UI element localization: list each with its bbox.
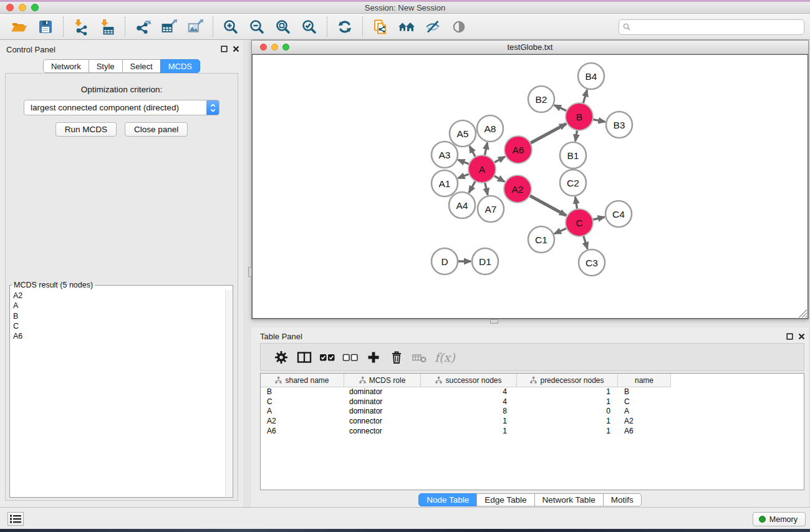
table-cell[interactable]: 1 (517, 427, 618, 437)
table-cell[interactable]: 0 (517, 407, 618, 417)
graph-node-A1[interactable]: A1 (432, 170, 458, 196)
graph-node-C[interactable]: C (566, 209, 593, 236)
import-table-button[interactable] (97, 16, 118, 37)
refresh-view-button[interactable] (334, 16, 355, 37)
tab-select[interactable]: Select (122, 59, 161, 73)
zoom-network-button[interactable] (282, 44, 289, 51)
add-column-button[interactable] (362, 347, 385, 367)
table-settings-button[interactable] (269, 347, 292, 367)
table-row[interactable]: A2connector11A2 (261, 417, 804, 427)
search-input[interactable] (619, 19, 804, 35)
table-cell[interactable]: C (261, 397, 344, 407)
export-table-button[interactable] (158, 16, 180, 37)
open-session-button[interactable] (9, 16, 30, 37)
delete-table-button[interactable] (408, 347, 431, 367)
column-header-shared-name[interactable]: shared name (261, 374, 344, 387)
table-cell[interactable]: B (261, 387, 344, 397)
graph-node-D[interactable]: D (432, 248, 458, 274)
column-browser-button[interactable] (292, 347, 316, 367)
float-table-panel-icon[interactable] (786, 333, 793, 340)
close-window-button[interactable] (6, 4, 14, 11)
tab-node-table[interactable]: Node Table (418, 493, 477, 506)
graph-node-B3[interactable]: B3 (606, 112, 632, 138)
table-cell[interactable]: dominator (344, 407, 421, 417)
delete-column-button[interactable] (385, 347, 408, 367)
graph-node-B4[interactable]: B4 (578, 63, 604, 89)
import-network-button[interactable] (70, 16, 92, 37)
select-all-button[interactable] (316, 347, 339, 367)
resize-grip-icon[interactable] (799, 309, 807, 317)
close-panel-button[interactable]: Close panel (125, 122, 188, 137)
zoom-fit-button[interactable] (272, 16, 294, 37)
table-cell[interactable]: A (261, 407, 344, 417)
column-header-predecessor-nodes[interactable]: predecessor nodes (517, 374, 618, 387)
export-image-button[interactable] (185, 16, 206, 37)
network-window-titlebar[interactable]: testGlobe.txt (252, 41, 808, 54)
zoom-selected-button[interactable] (299, 16, 320, 37)
graph-node-A6[interactable]: A6 (504, 136, 532, 163)
column-header-name[interactable]: name (618, 374, 671, 387)
tab-edge-table[interactable]: Edge Table (476, 493, 534, 506)
graph-node-C1[interactable]: C1 (528, 226, 554, 253)
table-row[interactable]: Adominator80A (261, 407, 804, 417)
deselect-all-button[interactable] (339, 347, 362, 367)
tab-mcds[interactable]: MCDS (160, 59, 200, 73)
mcds-result-item[interactable]: A6 (13, 331, 233, 341)
graph-node-C3[interactable]: C3 (579, 249, 605, 276)
graph-node-A8[interactable]: A8 (477, 115, 503, 142)
vertical-splitter-handle[interactable] (248, 267, 252, 277)
hide-selected-button[interactable] (422, 16, 443, 37)
save-session-button[interactable] (35, 16, 56, 37)
show-eye-button[interactable] (448, 16, 470, 37)
zoom-window-button[interactable] (31, 4, 39, 11)
table-cell[interactable]: 8 (421, 407, 517, 417)
mcds-result-item[interactable]: A2 (13, 291, 233, 301)
close-network-button[interactable] (260, 44, 267, 51)
table-cell[interactable]: A2 (261, 417, 344, 427)
graph-node-B[interactable]: B (566, 103, 593, 130)
graph-node-A4[interactable]: A4 (449, 192, 475, 218)
close-table-panel-icon[interactable] (798, 333, 805, 340)
zoom-in-button[interactable] (220, 16, 241, 37)
mcds-result-item[interactable]: C (13, 321, 233, 331)
network-canvas[interactable]: B4B2BB3A8A5A6A3B1AC2A1A2A4A7C4CC1DD1C3 (252, 54, 808, 319)
zoom-out-button[interactable] (246, 16, 268, 37)
table-cell[interactable]: connector (344, 427, 421, 437)
table-row[interactable]: A6connector11A6 (261, 427, 804, 437)
table-cell[interactable]: dominator (344, 397, 421, 407)
table-cell[interactable]: 1 (517, 397, 618, 407)
graph-node-A5[interactable]: A5 (450, 120, 476, 147)
graph-node-A3[interactable]: A3 (432, 142, 458, 168)
table-cell[interactable]: A (618, 407, 671, 417)
mcds-result-item[interactable]: A (13, 301, 233, 311)
table-cell[interactable]: A6 (261, 427, 344, 437)
column-header-successor-nodes[interactable]: successor nodes (421, 374, 517, 387)
table-row[interactable]: Bdominator41B (261, 387, 804, 397)
table-cell[interactable]: 1 (421, 427, 517, 437)
horizontal-splitter-handle[interactable] (490, 319, 498, 324)
table-cell[interactable]: 1 (421, 417, 517, 427)
tab-network-table[interactable]: Network Table (534, 493, 604, 506)
table-cell[interactable]: 1 (517, 387, 618, 397)
task-history-button[interactable] (7, 512, 24, 526)
tab-style[interactable]: Style (89, 59, 123, 73)
table-cell[interactable]: A2 (618, 417, 671, 427)
graph-node-B2[interactable]: B2 (528, 86, 554, 112)
graph-node-A2[interactable]: A2 (504, 175, 531, 203)
clone-network-button[interactable] (370, 16, 391, 37)
graph-node-C4[interactable]: C4 (605, 201, 632, 227)
table-cell[interactable]: 4 (421, 387, 517, 397)
table-cell[interactable]: 1 (517, 417, 618, 427)
mcds-result-item[interactable]: B (13, 311, 233, 321)
node-table[interactable]: shared nameMCDS rolesuccessor nodesprede… (260, 373, 804, 490)
run-mcds-button[interactable]: Run MCDS (55, 122, 117, 137)
home-layout-button[interactable] (396, 16, 417, 37)
graph-node-D1[interactable]: D1 (472, 248, 498, 274)
tab-motifs[interactable]: Motifs (603, 493, 642, 506)
export-network-button[interactable] (132, 16, 153, 37)
tab-network[interactable]: Network (43, 59, 89, 73)
float-panel-icon[interactable] (221, 46, 228, 52)
memory-button[interactable]: Memory (753, 512, 806, 526)
minimize-window-button[interactable] (19, 4, 26, 11)
function-builder-button[interactable]: f(x) (435, 351, 455, 364)
